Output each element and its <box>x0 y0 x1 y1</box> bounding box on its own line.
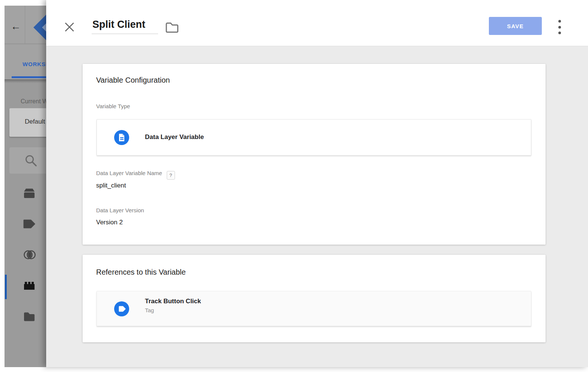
sidebar-item-tags[interactable] <box>23 219 37 231</box>
back-button[interactable]: ← <box>9 21 23 33</box>
triggers-icon <box>23 249 36 260</box>
help-icon[interactable]: ? <box>167 171 175 180</box>
workspace-tab-bar: WORKSPACE <box>5 44 46 79</box>
reference-texts: Track Button Click Tag <box>145 298 201 313</box>
variable-editor-panel: Split Client SAVE Variable Configuration… <box>46 0 588 367</box>
overview-icon <box>23 188 35 199</box>
app-header: ← <box>5 6 46 44</box>
background-app-strip: ← WORKSPACE Current Workspace Default Wo… <box>5 6 46 367</box>
search-icon <box>24 154 39 168</box>
variable-configuration-heading: Variable Configuration <box>96 76 170 85</box>
more-options-icon[interactable] <box>555 19 564 35</box>
save-button[interactable]: SAVE <box>489 17 542 35</box>
data-layer-variable-name-label-text: Data Layer Variable Name <box>96 170 162 176</box>
page-title: Split Client <box>92 19 145 30</box>
references-card: References to this Variable Track Button… <box>83 255 546 342</box>
variables-icon <box>23 281 35 290</box>
folders-icon <box>23 312 35 321</box>
data-layer-version-value: Version 2 <box>96 219 123 226</box>
panel-header: Split Client SAVE <box>46 0 588 46</box>
sidebar-item-folders[interactable] <box>23 312 37 324</box>
search-input[interactable] <box>9 147 46 174</box>
panel-content: Variable Configuration Variable Type Dat… <box>46 46 588 367</box>
reference-row[interactable]: Track Button Click Tag <box>96 291 531 326</box>
header-divider <box>25 6 25 44</box>
variable-name-field[interactable]: Split Client <box>92 18 158 34</box>
sidebar-item-overview[interactable] <box>23 188 37 200</box>
sidebar-item-triggers[interactable] <box>23 249 37 261</box>
data-layer-variable-name-label: Data Layer Variable Name? <box>96 170 175 180</box>
variable-type-value: Data Layer Variable <box>145 133 204 141</box>
tab-workspace[interactable]: WORKSPACE <box>23 61 46 67</box>
data-layer-variable-name-value: split_client <box>96 182 126 189</box>
data-layer-version-label: Data Layer Version <box>96 207 144 213</box>
tab-active-underline <box>12 76 46 78</box>
sidebar-item-variables[interactable] <box>23 281 37 293</box>
variable-type-selector[interactable]: Data Layer Variable <box>96 119 531 156</box>
sidebar-selection-indicator <box>5 275 7 299</box>
tag-icon <box>114 301 129 316</box>
tag-manager-logo-icon[interactable] <box>33 13 46 42</box>
references-heading: References to this Variable <box>96 268 186 277</box>
variable-type-label: Variable Type <box>96 103 130 109</box>
tab-bar-shadow <box>5 79 46 83</box>
workspace-selector[interactable]: Default Workspace <box>9 108 46 137</box>
current-workspace-label: Current Workspace <box>21 98 46 105</box>
reference-type: Tag <box>145 307 201 313</box>
page-root: ← WORKSPACE Current Workspace Default Wo… <box>0 0 588 372</box>
data-layer-variable-icon <box>114 130 129 145</box>
tags-icon <box>23 219 35 229</box>
variable-configuration-card: Variable Configuration Variable Type Dat… <box>83 64 546 245</box>
move-to-folder-icon[interactable] <box>165 22 179 35</box>
close-icon[interactable] <box>64 22 75 32</box>
reference-title: Track Button Click <box>145 298 201 305</box>
workspace-selector-value: Default Workspace <box>25 118 46 126</box>
